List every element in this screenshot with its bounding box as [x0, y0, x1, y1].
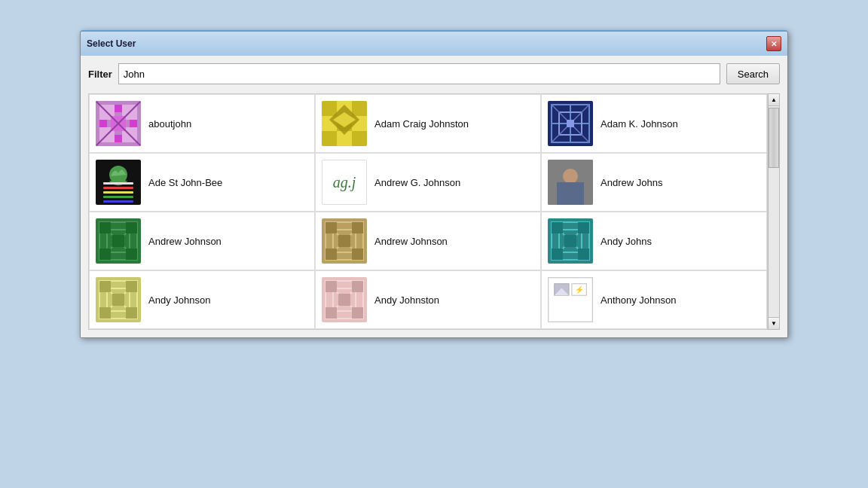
user-name: Andy Johnson — [148, 294, 210, 306]
user-name: Andrew Johns — [601, 177, 662, 188]
svg-rect-62 — [326, 249, 337, 260]
svg-rect-72 — [552, 249, 563, 260]
scroll-thumb[interactable] — [769, 108, 779, 168]
list-item[interactable]: Andrew Johns — [541, 153, 767, 212]
close-button[interactable]: ✕ — [766, 36, 781, 51]
avatar: ag.j — [322, 160, 367, 205]
list-item[interactable]: Ade St John-Bee — [89, 153, 315, 212]
avatar — [96, 160, 141, 205]
avatar — [322, 277, 367, 322]
select-user-window: Select User ✕ Filter Search — [80, 30, 788, 338]
window-content: Filter Search — [81, 56, 787, 337]
svg-rect-50 — [99, 222, 111, 233]
user-name: Andrew G. Johnson — [374, 177, 460, 188]
svg-rect-71 — [578, 222, 589, 233]
svg-rect-73 — [578, 249, 589, 260]
user-name: Andrew Johnson — [374, 236, 448, 247]
window-title: Select User — [87, 38, 136, 49]
svg-rect-94 — [338, 294, 350, 306]
svg-rect-52 — [99, 249, 111, 260]
svg-rect-11 — [130, 120, 137, 127]
svg-rect-60 — [326, 222, 337, 233]
avatar — [96, 101, 141, 146]
svg-rect-53 — [126, 249, 137, 260]
list-item[interactable]: Andrew Johnson — [89, 212, 315, 270]
scrollbar: ▲ ▼ — [768, 93, 780, 330]
user-name: Ade St John-Bee — [148, 177, 222, 188]
svg-rect-83 — [126, 307, 137, 319]
svg-rect-64 — [338, 235, 350, 247]
avatar — [96, 277, 141, 322]
user-name: Andy Johns — [601, 236, 652, 247]
svg-rect-35 — [103, 182, 133, 185]
search-button[interactable]: Search — [726, 63, 780, 84]
svg-rect-81 — [126, 281, 137, 292]
avatar — [548, 101, 593, 146]
list-item[interactable]: Adam K. Johnson — [541, 94, 767, 153]
avatar — [322, 101, 367, 146]
filter-label: Filter — [88, 69, 112, 80]
list-item[interactable]: Andy Johnston — [315, 270, 541, 329]
svg-rect-74 — [564, 235, 576, 247]
avatar — [96, 218, 141, 264]
svg-rect-13 — [322, 101, 337, 116]
avatar — [322, 218, 367, 264]
svg-rect-15 — [352, 101, 367, 116]
scroll-up-button[interactable]: ▲ — [769, 94, 779, 106]
grid-container: aboutjohn — [88, 93, 780, 330]
svg-rect-90 — [326, 281, 337, 292]
scroll-down-button[interactable]: ▼ — [769, 317, 779, 329]
user-name: aboutjohn — [148, 118, 191, 130]
user-grid: aboutjohn — [88, 93, 768, 330]
svg-point-43 — [564, 169, 577, 183]
svg-rect-70 — [552, 222, 563, 233]
user-name: Anthony Johnson — [601, 294, 676, 306]
svg-rect-44 — [557, 182, 584, 205]
list-item[interactable]: Andy Johnson — [89, 270, 315, 329]
svg-rect-37 — [103, 191, 133, 194]
svg-rect-82 — [99, 307, 111, 319]
list-item[interactable]: ⚡ Anthony Johnson — [541, 270, 767, 329]
avatar — [548, 218, 593, 264]
user-name: Adam Craig Johnston — [374, 118, 469, 130]
svg-rect-80 — [99, 281, 111, 292]
list-item[interactable]: Adam Craig Johnston — [315, 94, 541, 153]
svg-rect-39 — [103, 200, 133, 203]
title-bar: Select User ✕ — [81, 32, 787, 56]
avatar: ⚡ — [548, 277, 593, 322]
svg-rect-54 — [112, 235, 124, 247]
svg-rect-21 — [352, 131, 367, 146]
svg-rect-36 — [103, 187, 133, 189]
list-item[interactable]: Andy Johns — [541, 212, 767, 270]
svg-text:⚡: ⚡ — [575, 285, 585, 294]
svg-rect-51 — [126, 222, 137, 233]
list-item[interactable]: ag.j Andrew G. Johnson — [315, 153, 541, 212]
list-item[interactable]: Andrew Johnson — [315, 212, 541, 270]
avatar — [548, 160, 593, 205]
svg-rect-19 — [322, 131, 337, 146]
svg-rect-84 — [112, 294, 124, 306]
svg-rect-8 — [115, 105, 122, 112]
user-name: Adam K. Johnson — [601, 118, 678, 130]
svg-rect-32 — [567, 120, 574, 127]
filter-row: Filter Search — [88, 63, 780, 84]
user-name: Andrew Johnson — [148, 236, 222, 247]
svg-rect-63 — [352, 249, 363, 260]
svg-rect-10 — [99, 120, 107, 127]
svg-rect-9 — [115, 135, 122, 142]
list-item[interactable]: aboutjohn — [89, 94, 315, 153]
svg-rect-38 — [103, 196, 133, 198]
user-name: Andy Johnston — [374, 294, 439, 306]
filter-input[interactable] — [118, 63, 720, 84]
svg-rect-61 — [352, 222, 363, 233]
svg-rect-93 — [352, 307, 363, 319]
svg-rect-92 — [326, 307, 337, 319]
svg-rect-91 — [352, 281, 363, 292]
